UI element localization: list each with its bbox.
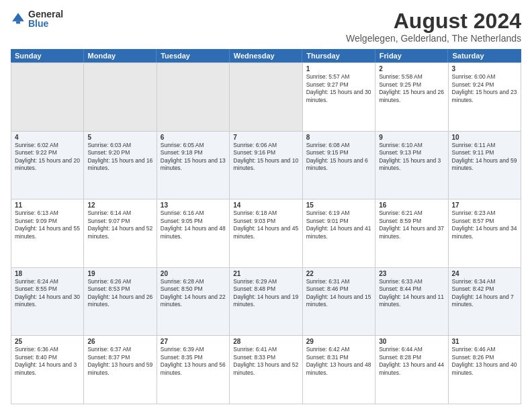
day-info: Sunrise: 6:46 AM Sunset: 8:26 PM Dayligh… [452, 346, 517, 377]
calendar-cell-15: 15Sunrise: 6:19 AM Sunset: 9:01 PM Dayli… [303, 199, 375, 267]
header-day-saturday: Saturday [448, 49, 521, 62]
calendar-row-0: 1Sunrise: 5:57 AM Sunset: 9:27 PM Daylig… [11, 63, 521, 132]
day-info: Sunrise: 5:58 AM Sunset: 9:25 PM Dayligh… [379, 73, 444, 104]
calendar-cell-empty [157, 63, 230, 131]
day-info: Sunrise: 6:29 AM Sunset: 8:48 PM Dayligh… [233, 278, 298, 309]
day-number: 21 [233, 270, 298, 277]
calendar-cell-3: 3Sunrise: 6:00 AM Sunset: 9:24 PM Daylig… [449, 63, 521, 131]
day-info: Sunrise: 6:05 AM Sunset: 9:18 PM Dayligh… [161, 142, 226, 173]
day-info: Sunrise: 6:13 AM Sunset: 9:09 PM Dayligh… [15, 210, 80, 240]
calendar-cell-14: 14Sunrise: 6:18 AM Sunset: 9:03 PM Dayli… [230, 199, 302, 267]
day-number: 24 [452, 270, 517, 277]
logo-blue-text: Blue [28, 19, 63, 28]
day-number: 25 [15, 338, 80, 345]
title-section: August 2024 Welgelegen, Gelderland, The … [346, 9, 521, 44]
header: General Blue August 2024 Welgelegen, Gel… [11, 9, 521, 44]
calendar-cell-23: 23Sunrise: 6:33 AM Sunset: 8:44 PM Dayli… [375, 268, 448, 336]
day-number: 22 [306, 270, 371, 277]
calendar-cell-19: 19Sunrise: 6:26 AM Sunset: 8:53 PM Dayli… [84, 268, 157, 336]
day-info: Sunrise: 6:31 AM Sunset: 8:46 PM Dayligh… [306, 278, 371, 309]
calendar-cell-2: 2Sunrise: 5:58 AM Sunset: 9:25 PM Daylig… [375, 63, 448, 131]
day-number: 3 [452, 65, 517, 73]
calendar-row-3: 18Sunrise: 6:24 AM Sunset: 8:55 PM Dayli… [11, 268, 521, 336]
day-info: Sunrise: 6:00 AM Sunset: 9:24 PM Dayligh… [452, 73, 517, 104]
header-day-friday: Friday [375, 49, 449, 62]
logo: General Blue [11, 9, 63, 28]
day-info: Sunrise: 6:02 AM Sunset: 9:22 PM Dayligh… [15, 142, 80, 173]
day-number: 2 [379, 65, 444, 73]
calendar-cell-13: 13Sunrise: 6:16 AM Sunset: 9:05 PM Dayli… [157, 199, 230, 267]
header-day-tuesday: Tuesday [157, 49, 230, 62]
calendar-cell-empty [230, 63, 302, 131]
day-info: Sunrise: 6:23 AM Sunset: 8:57 PM Dayligh… [452, 210, 517, 240]
calendar: SundayMondayTuesdayWednesdayThursdayFrid… [11, 49, 521, 404]
day-number: 8 [306, 134, 371, 141]
day-number: 28 [233, 338, 298, 345]
day-number: 26 [87, 338, 152, 345]
day-info: Sunrise: 6:21 AM Sunset: 8:59 PM Dayligh… [379, 210, 444, 240]
day-number: 31 [452, 338, 517, 345]
day-info: Sunrise: 6:16 AM Sunset: 9:05 PM Dayligh… [161, 210, 226, 240]
calendar-cell-empty [11, 63, 84, 131]
day-number: 4 [15, 134, 80, 141]
day-info: Sunrise: 6:41 AM Sunset: 8:33 PM Dayligh… [233, 346, 298, 377]
calendar-cell-7: 7Sunrise: 6:06 AM Sunset: 9:16 PM Daylig… [230, 132, 302, 199]
day-number: 11 [15, 201, 80, 209]
calendar-cell-20: 20Sunrise: 6:28 AM Sunset: 8:50 PM Dayli… [157, 268, 230, 336]
day-info: Sunrise: 6:03 AM Sunset: 9:20 PM Dayligh… [87, 142, 152, 173]
day-number: 15 [306, 201, 371, 209]
calendar-cell-26: 26Sunrise: 6:37 AM Sunset: 8:37 PM Dayli… [84, 336, 157, 404]
header-day-sunday: Sunday [11, 49, 84, 62]
day-number: 20 [161, 270, 226, 277]
calendar-cell-18: 18Sunrise: 6:24 AM Sunset: 8:55 PM Dayli… [11, 268, 84, 336]
calendar-cell-empty [84, 63, 157, 131]
svg-marker-0 [12, 13, 24, 21]
day-number: 14 [233, 201, 298, 209]
header-day-monday: Monday [84, 49, 157, 62]
calendar-cell-22: 22Sunrise: 6:31 AM Sunset: 8:46 PM Dayli… [303, 268, 375, 336]
logo-text: General Blue [28, 9, 63, 28]
day-number: 13 [161, 201, 226, 209]
calendar-body: 1Sunrise: 5:57 AM Sunset: 9:27 PM Daylig… [11, 62, 521, 404]
day-info: Sunrise: 6:44 AM Sunset: 8:28 PM Dayligh… [379, 346, 444, 377]
day-number: 19 [87, 270, 152, 277]
calendar-cell-25: 25Sunrise: 6:36 AM Sunset: 8:40 PM Dayli… [11, 336, 84, 404]
day-number: 7 [233, 134, 298, 141]
calendar-cell-16: 16Sunrise: 6:21 AM Sunset: 8:59 PM Dayli… [375, 199, 448, 267]
svg-rect-1 [16, 21, 20, 24]
calendar-cell-24: 24Sunrise: 6:34 AM Sunset: 8:42 PM Dayli… [449, 268, 521, 336]
calendar-cell-31: 31Sunrise: 6:46 AM Sunset: 8:26 PM Dayli… [449, 336, 521, 404]
day-number: 27 [161, 338, 226, 345]
calendar-cell-17: 17Sunrise: 6:23 AM Sunset: 8:57 PM Dayli… [449, 199, 521, 267]
location: Welgelegen, Gelderland, The Netherlands [346, 33, 521, 44]
calendar-cell-11: 11Sunrise: 6:13 AM Sunset: 9:09 PM Dayli… [11, 199, 84, 267]
day-info: Sunrise: 6:34 AM Sunset: 8:42 PM Dayligh… [452, 278, 517, 309]
day-info: Sunrise: 6:39 AM Sunset: 8:35 PM Dayligh… [161, 346, 226, 377]
month-title: August 2024 [346, 9, 521, 33]
day-number: 17 [452, 201, 517, 209]
day-info: Sunrise: 6:08 AM Sunset: 9:15 PM Dayligh… [306, 142, 371, 173]
day-number: 18 [15, 270, 80, 277]
day-info: Sunrise: 6:19 AM Sunset: 9:01 PM Dayligh… [306, 210, 371, 240]
day-number: 6 [161, 134, 226, 141]
day-number: 23 [379, 270, 444, 277]
day-number: 5 [87, 134, 152, 141]
day-number: 29 [306, 338, 371, 345]
day-info: Sunrise: 6:42 AM Sunset: 8:31 PM Dayligh… [306, 346, 371, 377]
day-info: Sunrise: 6:18 AM Sunset: 9:03 PM Dayligh… [233, 210, 298, 240]
day-info: Sunrise: 5:57 AM Sunset: 9:27 PM Dayligh… [306, 73, 371, 104]
day-info: Sunrise: 6:33 AM Sunset: 8:44 PM Dayligh… [379, 278, 444, 309]
calendar-cell-6: 6Sunrise: 6:05 AM Sunset: 9:18 PM Daylig… [157, 132, 230, 199]
day-info: Sunrise: 6:24 AM Sunset: 8:55 PM Dayligh… [15, 278, 80, 309]
calendar-cell-10: 10Sunrise: 6:11 AM Sunset: 9:11 PM Dayli… [449, 132, 521, 199]
calendar-cell-28: 28Sunrise: 6:41 AM Sunset: 8:33 PM Dayli… [230, 336, 302, 404]
day-number: 1 [306, 65, 371, 73]
header-day-thursday: Thursday [302, 49, 375, 62]
calendar-row-2: 11Sunrise: 6:13 AM Sunset: 9:09 PM Dayli… [11, 199, 521, 268]
page: General Blue August 2024 Welgelegen, Gel… [0, 0, 532, 411]
calendar-cell-1: 1Sunrise: 5:57 AM Sunset: 9:27 PM Daylig… [303, 63, 375, 131]
calendar-cell-4: 4Sunrise: 6:02 AM Sunset: 9:22 PM Daylig… [11, 132, 84, 199]
calendar-cell-9: 9Sunrise: 6:10 AM Sunset: 9:13 PM Daylig… [375, 132, 448, 199]
calendar-cell-21: 21Sunrise: 6:29 AM Sunset: 8:48 PM Dayli… [230, 268, 302, 336]
day-info: Sunrise: 6:14 AM Sunset: 9:07 PM Dayligh… [87, 210, 152, 240]
